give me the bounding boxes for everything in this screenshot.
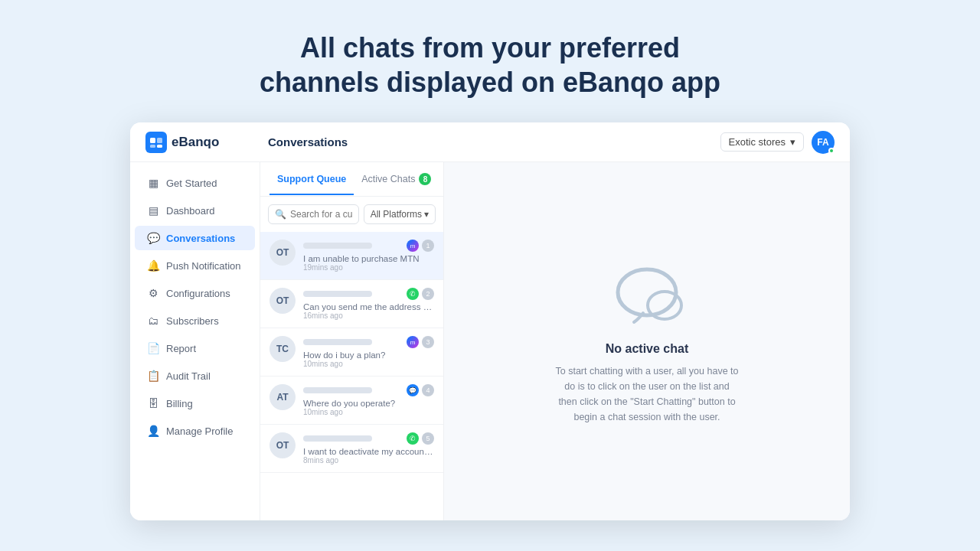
list-item[interactable]: OT m 1 I am unab: [260, 232, 443, 280]
main-layout: ▦ Get Started ▤ Dashboard 💬 Conversation…: [130, 162, 850, 520]
sidebar-label: Configurations: [166, 288, 230, 299]
no-chat-title: No active chat: [606, 342, 688, 356]
chat-body: ✆ 2 Can you send me the address of your …: [303, 288, 434, 320]
chat-bubble-icon: [605, 258, 689, 327]
chat-meta: ✆ 5: [407, 432, 434, 445]
chat-message: How do i buy a plan?: [303, 350, 434, 360]
sidebar-label: Report: [166, 343, 196, 354]
svg-rect-2: [157, 138, 162, 143]
chat-meta: m 1: [407, 240, 434, 252]
chat-message: Can you send me the address of your offi…: [303, 302, 434, 311]
chat-top: ✆ 5: [303, 432, 434, 445]
svg-rect-4: [157, 145, 162, 148]
chat-message: I want to deactivate my account today. H…: [303, 447, 434, 456]
user-avatar[interactable]: FA: [812, 131, 835, 154]
top-bar: eBanqo Conversations Exotic stores ▾ FA: [130, 122, 850, 162]
chat-body: m 1 I am unable to purchase MTN 19mins a…: [303, 240, 434, 272]
chat-name-bar: [303, 387, 372, 393]
list-item[interactable]: OT ✆ 2 Can you s: [260, 280, 443, 328]
chevron-down-icon: ▾: [790, 136, 795, 148]
grid-icon: ▦: [147, 177, 159, 189]
messenger-icon: m: [407, 240, 419, 252]
list-item[interactable]: OT ✆ 5 I want to: [260, 425, 443, 473]
filter-label: All Platforms: [371, 209, 422, 220]
sidebar-label: Push Notification: [166, 260, 241, 272]
chat-meta: ✆ 2: [407, 288, 434, 300]
chat-time: 8mins ago: [303, 456, 434, 465]
store-selector[interactable]: Exotic stores ▾: [720, 132, 804, 152]
platform-filter[interactable]: All Platforms ▾: [364, 204, 436, 224]
list-item[interactable]: TC m 3 How do i: [260, 328, 443, 377]
chat-top: m 1: [303, 240, 434, 252]
sidebar-label: Subscribers: [166, 315, 219, 327]
chat-message: Where do you operate?: [303, 399, 434, 408]
sidebar-item-push-notification[interactable]: 🔔 Push Notification: [135, 253, 255, 278]
sidebar-item-conversations[interactable]: 💬 Conversations: [135, 226, 255, 250]
chat-top: 💬 4: [303, 384, 434, 396]
sidebar-item-report[interactable]: 📄 Report: [135, 336, 255, 360]
bell-icon: 🔔: [147, 259, 159, 272]
search-box[interactable]: 🔍: [268, 204, 359, 224]
logo-text: eBanqo: [172, 135, 219, 150]
chat-meta: 💬 4: [407, 384, 434, 396]
whatsapp-icon: ✆: [407, 432, 419, 445]
search-input[interactable]: [290, 209, 352, 220]
sidebar-label: Audit Trail: [166, 370, 211, 382]
sidebar-item-audit-trail[interactable]: 📋 Audit Trail: [135, 364, 255, 388]
sidebar-item-configurations[interactable]: ⚙ Configurations: [135, 281, 255, 305]
active-chats-badge: 8: [419, 173, 431, 185]
sidebar-item-billing[interactable]: 🗄 Billing: [135, 391, 255, 416]
chat-list: OT m 1 I am unab: [260, 232, 443, 473]
chat-name-bar: [303, 291, 372, 297]
chat-num-badge: 4: [422, 384, 434, 396]
sidebar: ▦ Get Started ▤ Dashboard 💬 Conversation…: [130, 162, 260, 520]
avatar: TC: [270, 336, 296, 362]
chat-name-bar: [303, 243, 372, 249]
tabs: Support Queue Active Chats 8 User Messag…: [260, 162, 443, 197]
profile-icon: 👤: [147, 425, 159, 437]
avatar: OT: [270, 432, 296, 458]
svg-rect-1: [150, 138, 155, 143]
sidebar-label: Manage Profile: [166, 425, 233, 437]
sidebar-item-manage-profile[interactable]: 👤 Manage Profile: [135, 419, 255, 443]
chat-time: 19mins ago: [303, 263, 434, 272]
svg-rect-0: [145, 132, 167, 153]
chat-name-bar: [303, 339, 372, 345]
online-dot: [828, 148, 835, 154]
avatar: OT: [270, 240, 296, 266]
right-panel: No active chat To start chatting with a …: [444, 162, 850, 520]
chat-body: m 3 How do i buy a plan? 10mins ago: [303, 336, 434, 368]
chat-message: I am unable to purchase MTN: [303, 254, 434, 263]
chat-body: ✆ 5 I want to deactivate my account toda…: [303, 432, 434, 465]
chat-top: ✆ 2: [303, 288, 434, 300]
chat-num-badge: 5: [422, 432, 434, 445]
page-title: Conversations: [268, 135, 720, 148]
chat-num-badge: 2: [422, 288, 434, 300]
logo-area: eBanqo: [145, 132, 268, 153]
chat-meta: m 3: [407, 336, 434, 348]
sidebar-item-subscribers[interactable]: 🗂 Subscribers: [135, 308, 255, 333]
audit-icon: 📋: [147, 370, 159, 382]
search-icon: 🔍: [275, 209, 286, 220]
list-item[interactable]: AT 💬 4 Where do: [260, 377, 443, 425]
sidebar-label: Billing: [166, 398, 193, 409]
avatar: AT: [270, 384, 296, 410]
no-chat-icon: [605, 258, 689, 330]
chat-num-badge: 3: [422, 336, 434, 348]
chat-name-bar: [303, 435, 372, 442]
svg-rect-3: [150, 145, 155, 148]
svg-point-6: [648, 292, 681, 319]
tab-active-chats[interactable]: Active Chats 8: [354, 162, 439, 196]
chat-body: 💬 4 Where do you operate? 10mins ago: [303, 384, 434, 416]
sidebar-item-get-started[interactable]: ▦ Get Started: [135, 171, 255, 195]
search-filter-bar: 🔍 All Platforms ▾: [260, 197, 443, 232]
chat-time: 10mins ago: [303, 360, 434, 368]
logo-icon: [145, 132, 167, 153]
sidebar-item-dashboard[interactable]: ▤ Dashboard: [135, 198, 255, 223]
messenger-icon: m: [407, 336, 419, 348]
tab-support-queue[interactable]: Support Queue: [270, 163, 354, 195]
chat-top: m 3: [303, 336, 434, 348]
billing-icon: 🗄: [147, 397, 159, 409]
avatar: OT: [270, 288, 296, 314]
conversation-list-panel: Support Queue Active Chats 8 User Messag…: [260, 162, 444, 520]
